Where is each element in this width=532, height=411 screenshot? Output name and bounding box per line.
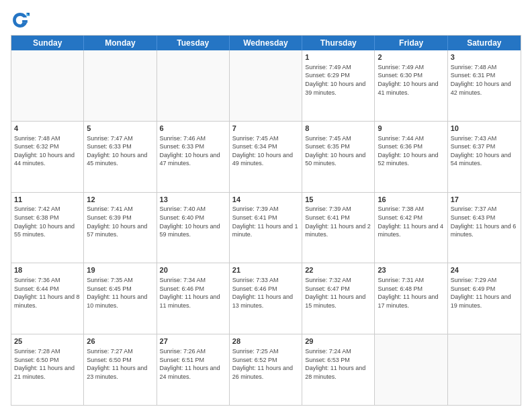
day-number: 26 [87, 336, 153, 347]
day-info: Sunrise: 7:36 AM Sunset: 6:44 PM Dayligh… [14, 276, 81, 310]
logo [11, 11, 32, 30]
day-cell-3: 3Sunrise: 7:48 AM Sunset: 6:31 PM Daylig… [448, 50, 521, 121]
day-number: 16 [378, 195, 444, 205]
day-info: Sunrise: 7:39 AM Sunset: 6:41 PM Dayligh… [305, 205, 371, 238]
day-cell-25: 25Sunrise: 7:28 AM Sunset: 6:50 PM Dayli… [11, 334, 84, 405]
day-number: 22 [305, 265, 371, 275]
day-number: 10 [451, 124, 518, 134]
day-cell-8: 8Sunrise: 7:45 AM Sunset: 6:35 PM Daylig… [302, 122, 375, 192]
day-number: 13 [160, 195, 226, 205]
day-cell-18: 18Sunrise: 7:36 AM Sunset: 6:44 PM Dayli… [11, 263, 84, 334]
day-cell-12: 12Sunrise: 7:41 AM Sunset: 6:39 PM Dayli… [84, 193, 157, 263]
day-info: Sunrise: 7:46 AM Sunset: 6:33 PM Dayligh… [160, 134, 226, 168]
day-cell-5: 5Sunrise: 7:47 AM Sunset: 6:33 PM Daylig… [84, 122, 157, 192]
day-info: Sunrise: 7:40 AM Sunset: 6:40 PM Dayligh… [160, 205, 226, 238]
day-cell-20: 20Sunrise: 7:34 AM Sunset: 6:46 PM Dayli… [157, 263, 230, 334]
day-number: 12 [87, 195, 153, 205]
calendar-row-2: 11Sunrise: 7:42 AM Sunset: 6:38 PM Dayli… [11, 193, 521, 264]
day-cell-6: 6Sunrise: 7:46 AM Sunset: 6:33 PM Daylig… [157, 122, 230, 192]
day-info: Sunrise: 7:34 AM Sunset: 6:46 PM Dayligh… [160, 276, 226, 310]
day-cell-28: 28Sunrise: 7:25 AM Sunset: 6:52 PM Dayli… [230, 334, 302, 405]
day-info: Sunrise: 7:49 AM Sunset: 6:29 PM Dayligh… [305, 63, 371, 97]
day-info: Sunrise: 7:48 AM Sunset: 6:32 PM Dayligh… [14, 134, 81, 168]
calendar-row-1: 4Sunrise: 7:48 AM Sunset: 6:32 PM Daylig… [11, 122, 521, 193]
day-header-monday: Monday [84, 36, 157, 50]
day-info: Sunrise: 7:45 AM Sunset: 6:34 PM Dayligh… [232, 134, 299, 168]
day-number: 11 [14, 195, 81, 205]
logo-icon [11, 11, 30, 30]
day-cell-15: 15Sunrise: 7:39 AM Sunset: 6:41 PM Dayli… [302, 193, 375, 263]
calendar-row-4: 25Sunrise: 7:28 AM Sunset: 6:50 PM Dayli… [11, 334, 521, 405]
day-info: Sunrise: 7:45 AM Sunset: 6:35 PM Dayligh… [305, 134, 371, 168]
day-info: Sunrise: 7:35 AM Sunset: 6:45 PM Dayligh… [87, 276, 153, 310]
day-number: 9 [378, 124, 444, 134]
day-cell-22: 22Sunrise: 7:32 AM Sunset: 6:47 PM Dayli… [302, 263, 375, 334]
day-info: Sunrise: 7:33 AM Sunset: 6:46 PM Dayligh… [232, 276, 299, 310]
header [11, 11, 521, 30]
empty-cell-0-1 [84, 50, 157, 121]
day-cell-27: 27Sunrise: 7:26 AM Sunset: 6:51 PM Dayli… [157, 334, 230, 405]
day-number: 8 [305, 124, 371, 134]
day-info: Sunrise: 7:39 AM Sunset: 6:41 PM Dayligh… [232, 205, 299, 238]
day-cell-4: 4Sunrise: 7:48 AM Sunset: 6:32 PM Daylig… [11, 122, 84, 192]
calendar-row-3: 18Sunrise: 7:36 AM Sunset: 6:44 PM Dayli… [11, 263, 521, 334]
day-number: 18 [14, 265, 81, 275]
day-info: Sunrise: 7:49 AM Sunset: 6:30 PM Dayligh… [378, 63, 444, 97]
day-cell-17: 17Sunrise: 7:37 AM Sunset: 6:43 PM Dayli… [448, 193, 521, 263]
day-number: 1 [305, 52, 371, 62]
day-cell-1: 1Sunrise: 7:49 AM Sunset: 6:29 PM Daylig… [302, 50, 375, 121]
day-header-saturday: Saturday [448, 36, 521, 50]
calendar-body: 1Sunrise: 7:49 AM Sunset: 6:29 PM Daylig… [11, 50, 521, 405]
day-cell-21: 21Sunrise: 7:33 AM Sunset: 6:46 PM Dayli… [230, 263, 302, 334]
empty-cell-4-5 [375, 334, 447, 405]
day-cell-7: 7Sunrise: 7:45 AM Sunset: 6:34 PM Daylig… [230, 122, 302, 192]
day-number: 5 [87, 124, 153, 134]
empty-cell-4-6 [448, 334, 521, 405]
day-info: Sunrise: 7:41 AM Sunset: 6:39 PM Dayligh… [87, 205, 153, 238]
day-info: Sunrise: 7:47 AM Sunset: 6:33 PM Dayligh… [87, 134, 153, 168]
empty-cell-0-0 [11, 50, 84, 121]
day-number: 7 [232, 124, 299, 134]
day-cell-16: 16Sunrise: 7:38 AM Sunset: 6:42 PM Dayli… [375, 193, 447, 263]
day-cell-13: 13Sunrise: 7:40 AM Sunset: 6:40 PM Dayli… [157, 193, 230, 263]
day-cell-29: 29Sunrise: 7:24 AM Sunset: 6:53 PM Dayli… [302, 334, 375, 405]
day-header-tuesday: Tuesday [157, 36, 230, 50]
empty-cell-0-3 [230, 50, 302, 121]
day-header-thursday: Thursday [302, 36, 375, 50]
day-info: Sunrise: 7:26 AM Sunset: 6:51 PM Dayligh… [160, 347, 226, 381]
day-info: Sunrise: 7:38 AM Sunset: 6:42 PM Dayligh… [378, 205, 444, 238]
day-info: Sunrise: 7:31 AM Sunset: 6:48 PM Dayligh… [378, 276, 444, 310]
day-number: 25 [14, 336, 81, 347]
day-number: 2 [378, 52, 444, 62]
day-number: 3 [451, 52, 518, 62]
page: SundayMondayTuesdayWednesdayThursdayFrid… [0, 0, 532, 411]
day-cell-2: 2Sunrise: 7:49 AM Sunset: 6:30 PM Daylig… [375, 50, 447, 121]
day-number: 19 [87, 265, 153, 275]
day-number: 6 [160, 124, 226, 134]
day-number: 23 [378, 265, 444, 275]
day-cell-11: 11Sunrise: 7:42 AM Sunset: 6:38 PM Dayli… [11, 193, 84, 263]
day-number: 29 [305, 336, 371, 347]
day-header-wednesday: Wednesday [230, 36, 302, 50]
day-info: Sunrise: 7:44 AM Sunset: 6:36 PM Dayligh… [378, 134, 444, 168]
day-number: 28 [232, 336, 299, 347]
day-info: Sunrise: 7:27 AM Sunset: 6:50 PM Dayligh… [87, 347, 153, 381]
day-cell-19: 19Sunrise: 7:35 AM Sunset: 6:45 PM Dayli… [84, 263, 157, 334]
day-number: 15 [305, 195, 371, 205]
empty-cell-0-2 [157, 50, 230, 121]
day-number: 20 [160, 265, 226, 275]
day-info: Sunrise: 7:32 AM Sunset: 6:47 PM Dayligh… [305, 276, 371, 310]
day-info: Sunrise: 7:29 AM Sunset: 6:49 PM Dayligh… [451, 276, 518, 310]
day-number: 27 [160, 336, 226, 347]
calendar-header: SundayMondayTuesdayWednesdayThursdayFrid… [11, 36, 521, 50]
day-number: 14 [232, 195, 299, 205]
day-cell-23: 23Sunrise: 7:31 AM Sunset: 6:48 PM Dayli… [375, 263, 447, 334]
day-cell-26: 26Sunrise: 7:27 AM Sunset: 6:50 PM Dayli… [84, 334, 157, 405]
day-number: 21 [232, 265, 299, 275]
calendar-row-0: 1Sunrise: 7:49 AM Sunset: 6:29 PM Daylig… [11, 50, 521, 122]
day-info: Sunrise: 7:37 AM Sunset: 6:43 PM Dayligh… [451, 205, 518, 238]
day-info: Sunrise: 7:28 AM Sunset: 6:50 PM Dayligh… [14, 347, 81, 381]
day-number: 24 [451, 265, 518, 275]
day-number: 4 [14, 124, 81, 134]
day-header-sunday: Sunday [11, 36, 84, 50]
